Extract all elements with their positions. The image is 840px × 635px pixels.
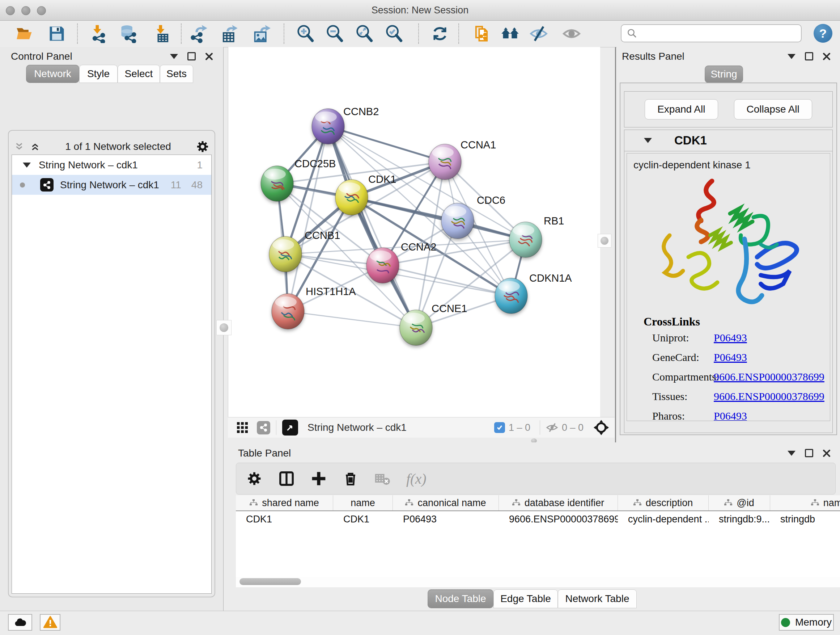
crosslink-link[interactable]: 9606.ENSP00000378699 bbox=[714, 371, 824, 383]
column-header-description[interactable]: description bbox=[618, 495, 709, 510]
cloud-status-button[interactable] bbox=[8, 614, 32, 631]
table-cell[interactable]: stringdb bbox=[770, 514, 840, 525]
table-cell[interactable]: P06493 bbox=[393, 514, 499, 525]
pan-crosshair-icon[interactable] bbox=[593, 419, 609, 436]
grid-mode-icon[interactable] bbox=[236, 421, 249, 434]
expand-all-chevron-icon[interactable] bbox=[30, 141, 41, 152]
left-splitter-handle[interactable] bbox=[216, 320, 232, 335]
float-panel-icon[interactable] bbox=[805, 52, 813, 60]
add-column-icon[interactable] bbox=[311, 470, 327, 486]
table-horizontal-scrollbar[interactable] bbox=[236, 577, 840, 586]
entry-expander-icon[interactable] bbox=[644, 138, 652, 143]
birdseye-view-icon[interactable] bbox=[282, 420, 298, 435]
network-node-cdk1 bbox=[335, 180, 368, 215]
column-header-database-identifier[interactable]: database identifier bbox=[499, 495, 618, 510]
hide-selected-icon[interactable] bbox=[529, 24, 549, 44]
tree-expander-icon[interactable] bbox=[23, 163, 31, 168]
tab-style[interactable]: Style bbox=[79, 65, 118, 83]
search-input[interactable] bbox=[638, 27, 801, 40]
crosslinks-heading: CrossLinks bbox=[644, 315, 700, 328]
zoom-fit-content-icon[interactable] bbox=[354, 24, 374, 44]
column-header-shared-name[interactable]: shared name bbox=[236, 495, 333, 510]
close-panel-icon[interactable] bbox=[823, 52, 831, 60]
node-label-ccna2: CCNA2 bbox=[401, 241, 436, 253]
collapse-panel-icon[interactable] bbox=[788, 451, 796, 456]
expand-all-button[interactable]: Expand All bbox=[645, 99, 718, 119]
tab-edge-table[interactable]: Edge Table bbox=[493, 589, 558, 608]
refresh-view-icon[interactable] bbox=[430, 24, 450, 44]
collection-count: 1 bbox=[197, 159, 202, 171]
network-collection-row[interactable]: String Network – cdk1 1 bbox=[12, 155, 211, 175]
collapse-panel-icon[interactable] bbox=[170, 54, 178, 59]
tab-string[interactable]: String bbox=[705, 65, 743, 83]
duplicate-network-icon[interactable] bbox=[471, 24, 492, 44]
tab-network-table[interactable]: Network Table bbox=[558, 589, 637, 608]
export-table-icon[interactable] bbox=[219, 24, 240, 44]
tab-network[interactable]: Network bbox=[26, 65, 79, 83]
import-network-from-database-icon[interactable] bbox=[118, 24, 139, 44]
zoom-in-icon[interactable] bbox=[295, 24, 316, 44]
help-icon[interactable]: ? bbox=[813, 24, 832, 43]
network-view-canvas[interactable]: CCNB2CCNA1CDC25BCDK1CDC6RB1CCNB1CCNA2CDK… bbox=[228, 47, 600, 417]
import-network-from-file-icon[interactable] bbox=[88, 24, 108, 44]
search-icon bbox=[627, 28, 638, 39]
selected-checkbox-icon[interactable] bbox=[494, 422, 505, 433]
close-panel-icon[interactable] bbox=[823, 449, 831, 457]
float-panel-icon[interactable] bbox=[187, 52, 196, 60]
show-columns-icon[interactable] bbox=[278, 470, 295, 487]
results-buttons-row: Expand All Collapse All bbox=[624, 91, 833, 127]
collapse-all-button[interactable]: Collapse All bbox=[734, 99, 812, 119]
node-label-cdc25b: CDC25B bbox=[294, 158, 336, 169]
import-table-from-file-icon[interactable] bbox=[151, 24, 172, 44]
tab-select[interactable]: Select bbox=[118, 65, 160, 83]
table-cell[interactable]: CDK1 bbox=[333, 514, 393, 525]
table-cell[interactable]: 9606.ENSP00000378699 bbox=[499, 514, 618, 525]
gear-icon[interactable] bbox=[196, 140, 210, 154]
zoom-selected-icon[interactable] bbox=[384, 24, 404, 44]
scrollbar-thumb[interactable] bbox=[240, 578, 301, 585]
crosslink-link[interactable]: P06493 bbox=[714, 332, 747, 344]
close-panel-icon[interactable] bbox=[205, 52, 213, 60]
collapse-all-chevron-icon[interactable] bbox=[14, 141, 25, 152]
column-header-namespace[interactable]: namespace bbox=[770, 495, 840, 510]
crosslink-link[interactable]: P06493 bbox=[714, 410, 747, 421]
table-cell[interactable]: stringdb:9... bbox=[709, 514, 770, 525]
column-header-canonical-name[interactable]: canonical name bbox=[393, 495, 499, 510]
protein-structure-image bbox=[652, 174, 812, 311]
network-graph[interactable]: CCNB2CCNA1CDC25BCDK1CDC6RB1CCNB1CCNA2CDK… bbox=[228, 47, 600, 417]
memory-label: Memory bbox=[795, 616, 832, 628]
open-session-icon[interactable] bbox=[14, 24, 35, 44]
float-panel-icon[interactable] bbox=[805, 449, 813, 457]
warnings-button[interactable] bbox=[40, 614, 60, 631]
export-image-icon[interactable] bbox=[252, 24, 272, 44]
network-view-mode-icon[interactable] bbox=[257, 421, 270, 434]
search-field[interactable] bbox=[621, 24, 802, 42]
column-header-name[interactable]: name bbox=[333, 495, 393, 510]
toolbar-separator bbox=[458, 24, 459, 44]
network-node-ccnb1 bbox=[269, 236, 302, 272]
edge-count: 48 bbox=[191, 179, 202, 191]
collapse-panel-icon[interactable] bbox=[788, 54, 796, 59]
crosslink-link[interactable]: P06493 bbox=[714, 351, 747, 363]
network-row[interactable]: String Network – cdk1 11 48 bbox=[12, 175, 211, 195]
network-collection-label: String Network – cdk1 bbox=[39, 159, 138, 171]
table-panel-title: Table Panel bbox=[238, 448, 291, 459]
column-header--id[interactable]: @id bbox=[709, 495, 770, 510]
table-gear-icon[interactable] bbox=[246, 470, 262, 486]
delete-column-icon[interactable] bbox=[343, 470, 358, 486]
footer-separator bbox=[540, 420, 540, 435]
table-cell[interactable]: CDK1 bbox=[236, 514, 333, 525]
save-session-icon[interactable] bbox=[47, 24, 67, 44]
table-cell[interactable]: cyclin-dependent ... bbox=[618, 514, 709, 525]
table-row[interactable]: CDK1CDK1P064939606.ENSP00000378699cyclin… bbox=[236, 511, 840, 527]
gene-entry-header[interactable]: CDK1 bbox=[624, 130, 832, 151]
tab-node-table[interactable]: Node Table bbox=[428, 589, 493, 608]
export-network-icon[interactable] bbox=[188, 24, 209, 44]
control-panel: Control Panel Network Style Select Sets … bbox=[0, 47, 224, 611]
tab-sets[interactable]: Sets bbox=[160, 65, 193, 83]
crosslink-link[interactable]: 9606.ENSP00000378699 bbox=[714, 390, 824, 402]
memory-button[interactable]: Memory bbox=[779, 614, 834, 631]
show-all-networks-icon[interactable] bbox=[500, 24, 520, 44]
right-splitter-handle[interactable] bbox=[598, 234, 611, 248]
zoom-out-icon[interactable] bbox=[325, 24, 345, 44]
